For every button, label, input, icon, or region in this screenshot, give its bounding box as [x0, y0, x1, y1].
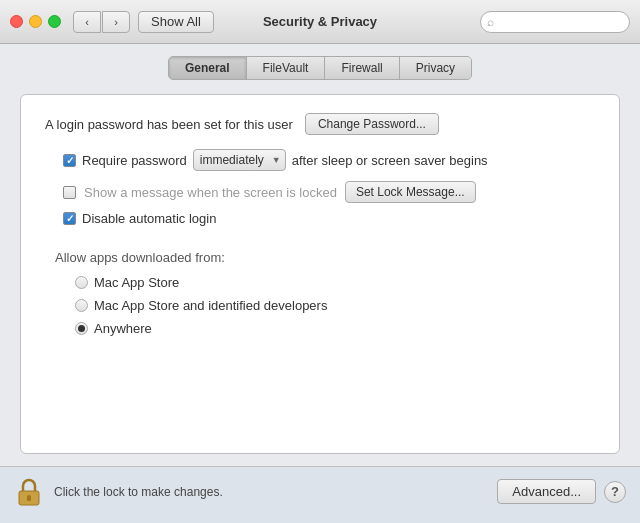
tab-general[interactable]: General: [169, 57, 247, 79]
titlebar: ‹ › Show All Security & Privacy ⌕: [0, 0, 640, 44]
window-title: Security & Privacy: [263, 14, 377, 29]
maximize-button[interactable]: [48, 15, 61, 28]
radio-mac-app-store-identified-button[interactable]: [75, 299, 88, 312]
radio-mac-app-store-identified: Mac App Store and identified developers: [75, 298, 595, 313]
radio-mac-app-store-button[interactable]: [75, 276, 88, 289]
disable-autologin-label: Disable automatic login: [82, 211, 216, 226]
search-icon: ⌕: [487, 15, 494, 29]
radio-mac-app-store-label: Mac App Store: [94, 275, 179, 290]
immediately-dropdown-wrap: immediately ▼: [193, 149, 286, 171]
forward-button[interactable]: ›: [102, 11, 130, 33]
footer-right: Advanced... ?: [497, 479, 626, 504]
require-password-row: Require password immediately ▼ after sle…: [63, 149, 595, 171]
disable-autologin-row: Disable automatic login: [63, 211, 595, 226]
allow-apps-section: Allow apps downloaded from: Mac App Stor…: [55, 250, 595, 336]
minimize-button[interactable]: [29, 15, 42, 28]
login-password-row: A login password has been set for this u…: [45, 113, 595, 135]
immediately-dropdown[interactable]: immediately: [193, 149, 286, 171]
tab-group: General FileVault Firewall Privacy: [168, 56, 472, 80]
set-lock-message-button[interactable]: Set Lock Message...: [345, 181, 476, 203]
show-message-label: Show a message when the screen is locked: [84, 185, 337, 200]
show-message-checkbox[interactable]: [63, 186, 76, 199]
require-password-checkbox[interactable]: [63, 154, 76, 167]
after-sleep-label: after sleep or screen saver begins: [292, 153, 488, 168]
close-button[interactable]: [10, 15, 23, 28]
radio-mac-app-store: Mac App Store: [75, 275, 595, 290]
radio-mac-app-store-identified-label: Mac App Store and identified developers: [94, 298, 327, 313]
radio-anywhere-button[interactable]: [75, 322, 88, 335]
radio-anywhere: Anywhere: [75, 321, 595, 336]
help-button[interactable]: ?: [604, 481, 626, 503]
radio-anywhere-label: Anywhere: [94, 321, 152, 336]
footer: Click the lock to make changes. Advanced…: [0, 466, 640, 516]
show-message-row: Show a message when the screen is locked…: [63, 181, 595, 203]
show-all-button[interactable]: Show All: [138, 11, 214, 33]
traffic-lights: [10, 15, 61, 28]
tab-privacy[interactable]: Privacy: [400, 57, 471, 79]
tab-filevault[interactable]: FileVault: [247, 57, 326, 79]
disable-autologin-checkbox[interactable]: [63, 212, 76, 225]
search-wrap: ⌕: [480, 11, 630, 33]
svg-point-2: [27, 495, 31, 499]
main-content: General FileVault Firewall Privacy A log…: [0, 44, 640, 466]
tabs: General FileVault Firewall Privacy: [20, 56, 620, 80]
allow-apps-title: Allow apps downloaded from:: [55, 250, 595, 265]
require-password-label: Require password: [82, 153, 187, 168]
click-lock-label: Click the lock to make changes.: [54, 485, 223, 499]
nav-buttons: ‹ ›: [73, 11, 130, 33]
advanced-button[interactable]: Advanced...: [497, 479, 596, 504]
login-password-label: A login password has been set for this u…: [45, 117, 293, 132]
general-panel: A login password has been set for this u…: [20, 94, 620, 454]
lock-icon[interactable]: [14, 477, 44, 507]
search-input[interactable]: [480, 11, 630, 33]
back-button[interactable]: ‹: [73, 11, 101, 33]
tab-firewall[interactable]: Firewall: [325, 57, 399, 79]
change-password-button[interactable]: Change Password...: [305, 113, 439, 135]
